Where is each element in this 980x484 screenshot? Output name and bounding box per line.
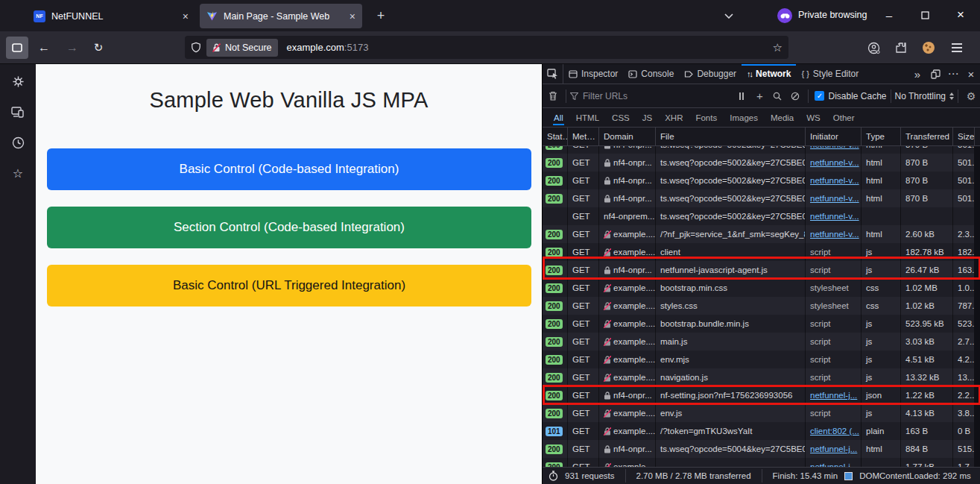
network-request-row[interactable]: 200GETnf4-onpr...ts.wseq?opcode=5002&key…	[543, 146, 980, 154]
more-tabs-chevrons-icon[interactable]: »	[908, 64, 926, 84]
tab-inspector[interactable]: Inspector	[563, 64, 623, 84]
request-filter-html[interactable]: HTML	[575, 110, 600, 125]
column-header-5[interactable]: Type	[862, 128, 901, 145]
request-filter-js[interactable]: JS	[642, 110, 653, 125]
ai-chatbot-icon[interactable]	[10, 73, 26, 89]
request-filter-other[interactable]: Other	[832, 110, 856, 125]
network-request-row[interactable]: 200GETexample....bootstrap.bundle.min.js…	[543, 315, 980, 333]
pick-element-icon[interactable]	[543, 64, 563, 84]
network-request-row[interactable]: 200GETexample....main.jsscriptjs3.03 kB2…	[543, 333, 980, 351]
network-request-row[interactable]: 200GETnf4-onpr...nf-setting.json?nf=1756…	[543, 386, 980, 404]
initiator-link[interactable]: netfunnel-v...	[810, 146, 859, 149]
synced-tabs-icon[interactable]	[10, 104, 26, 120]
network-request-row[interactable]: 200GETnf4-onpr...ts.wseq?opcode=5002&key…	[543, 154, 980, 172]
network-request-row[interactable]: 200GETnf4-onpr...ts.wseq?opcode=5002&key…	[543, 172, 980, 189]
network-request-row[interactable]: 200GETexample..../?nf_pjk=service_1&nf_s…	[543, 225, 980, 243]
not-secure-chip[interactable]: Not Secure	[206, 39, 278, 57]
request-filter-xhr[interactable]: XHR	[664, 110, 683, 125]
devtools-scrollbar[interactable]	[974, 146, 980, 467]
cookie-icon[interactable]	[917, 37, 940, 59]
extensions-puzzle-icon[interactable]	[890, 37, 912, 59]
initiator-label: stylesheet	[810, 301, 849, 310]
bookmark-star-icon[interactable]: ☆	[773, 41, 783, 54]
initiator-link[interactable]: netfunnel-v...	[810, 176, 859, 185]
tab-close-icon[interactable]: ×	[183, 11, 189, 22]
back-button[interactable]: ←	[33, 37, 55, 59]
column-header-2[interactable]: Domain	[599, 128, 656, 145]
hamburger-menu-icon[interactable]	[946, 37, 968, 59]
initiator-link[interactable]: netfunnel-v...	[810, 194, 859, 203]
account-icon[interactable]	[862, 37, 885, 59]
disable-cache-checkbox[interactable]: ✓	[815, 91, 824, 101]
initiator-link[interactable]: client:802 (...	[810, 427, 859, 436]
shield-icon[interactable]	[191, 42, 201, 53]
url-bar[interactable]: Not Secure example.com:5173 ☆	[185, 36, 788, 59]
forward-button[interactable]: →	[61, 37, 83, 59]
new-tab-button[interactable]: +	[371, 6, 391, 25]
column-header-0[interactable]: Stat…	[543, 128, 568, 145]
list-tabs-chevron-icon[interactable]	[720, 7, 738, 24]
network-request-row[interactable]: 200GETexample....navigation.jsscriptjs13…	[543, 368, 980, 386]
network-request-row[interactable]: GETnf4-onprem...ts.wseq?opcode=5002&key=…	[543, 207, 980, 225]
network-request-row[interactable]: 200GETexample....env.mjsscriptjs4.51 kB4…	[543, 351, 980, 368]
window-maximize-button[interactable]	[908, 0, 942, 30]
network-request-row[interactable]: 200GETexample....env.jsscriptjs4.13 kB3.…	[543, 404, 980, 422]
initiator-link[interactable]: netfunnel-v...	[810, 158, 859, 167]
tab-console[interactable]: Console	[623, 64, 679, 84]
filter-urls-input[interactable]: Filter URLs	[570, 91, 733, 101]
clear-requests-trash-icon[interactable]	[544, 91, 562, 101]
window-close-button[interactable]: ×	[943, 0, 978, 30]
tab-debugger[interactable]: Debugger	[679, 64, 742, 84]
column-header-4[interactable]: Initiator	[806, 128, 862, 145]
reload-button[interactable]: ↻	[87, 37, 110, 59]
network-request-row[interactable]: 200GETexample....netfunnel-j...1.77 kB1.…	[543, 458, 980, 467]
initiator-link[interactable]: netfunnel-j...	[810, 391, 857, 400]
add-icon[interactable]: +	[750, 89, 768, 102]
network-request-row[interactable]: 200GETexample....bootstrap.min.cssstyles…	[543, 279, 980, 297]
throttling-dropdown[interactable]: No Throttling	[895, 91, 946, 101]
history-clock-icon[interactable]	[10, 134, 26, 151]
tab-style-editor[interactable]: { } Style Editor	[796, 64, 864, 84]
request-filter-images[interactable]: Images	[729, 110, 759, 125]
tab-close-icon[interactable]: ×	[350, 11, 355, 22]
page-button-2[interactable]: Basic Control (URL Triggered Integration…	[47, 265, 531, 307]
column-header-3[interactable]: File	[656, 128, 806, 145]
browser-tab-sample-web[interactable]: Main Page - Sample Web ×	[200, 4, 362, 28]
search-icon[interactable]	[768, 92, 786, 101]
column-header-7[interactable]: Size	[953, 128, 975, 145]
url-host[interactable]: example.com:5173	[287, 42, 369, 53]
window-minimize-button[interactable]: –	[872, 0, 906, 30]
sidebar-toggle-button[interactable]	[6, 37, 28, 59]
request-count[interactable]: 931 requests	[565, 471, 615, 480]
funnel-icon	[570, 92, 578, 100]
bookmarks-star-icon[interactable]: ☆	[10, 165, 26, 181]
page-button-0[interactable]: Basic Control (Code-based Integration)	[47, 148, 531, 190]
page-button-1[interactable]: Section Control (Code-based Integration)	[47, 207, 531, 248]
stopwatch-icon[interactable]	[549, 471, 558, 481]
request-filter-css[interactable]: CSS	[611, 110, 630, 125]
column-header-1[interactable]: Met…	[568, 128, 599, 145]
request-filter-ws[interactable]: WS	[806, 110, 821, 125]
network-settings-gear-icon[interactable]: ⚙	[962, 90, 980, 102]
network-request-row[interactable]: 200GETnf4-onpr...ts.wseq?opcode=5004&key…	[543, 440, 980, 458]
tab-network[interactable]: ↑↓ Network	[742, 64, 796, 84]
request-filter-fonts[interactable]: Fonts	[695, 110, 718, 125]
initiator-link[interactable]: netfunnel-j...	[810, 444, 857, 453]
disable-cache-label[interactable]: Disable Cache	[828, 91, 886, 101]
responsive-design-icon[interactable]	[926, 64, 944, 84]
request-filter-media[interactable]: Media	[770, 110, 794, 125]
devtools-close-icon[interactable]: ×	[962, 64, 980, 84]
initiator-link[interactable]: netfunnel-v...	[810, 230, 859, 239]
request-filter-all[interactable]: All	[553, 110, 564, 125]
network-request-row[interactable]: 200GETnf4-onpr...ts.wseq?opcode=5002&key…	[543, 189, 980, 207]
network-request-row[interactable]: 101GETexample..../?token=gmTKU3wsYaItcli…	[543, 422, 980, 440]
block-icon[interactable]	[786, 92, 804, 101]
network-request-row[interactable]: 200GETexample....styles.cssstylesheetcss…	[543, 297, 980, 315]
devtools-meatball-menu-icon[interactable]: ⋯	[944, 64, 962, 84]
initiator-link[interactable]: netfunnel-v...	[810, 212, 859, 221]
pause-icon[interactable]	[733, 92, 750, 100]
network-request-row[interactable]: 200GETnf4-onpr...netfunnel-javascript-ag…	[543, 261, 980, 279]
browser-tab-netfunnel[interactable]: NF NetFUNNEL ×	[27, 4, 195, 28]
network-request-row[interactable]: 200GETexample....clientscriptjs182.78 kB…	[543, 243, 980, 261]
column-header-6[interactable]: Transferred	[901, 128, 953, 145]
